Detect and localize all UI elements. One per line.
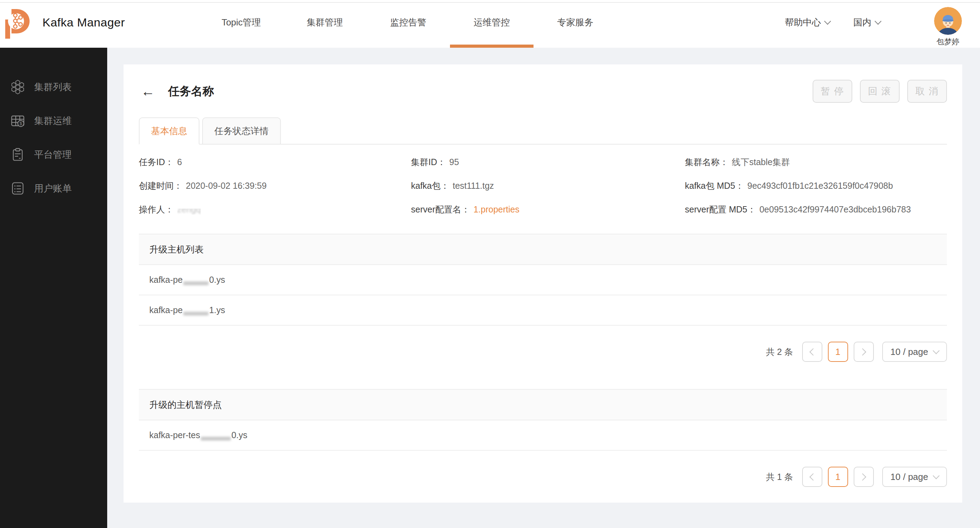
page-1-button[interactable]: 1: [828, 467, 848, 487]
sidebar-item-cluster-list[interactable]: 集群列表: [0, 70, 107, 104]
task-detail-card: ← 任务名称 暂 停 回 滚 取 消 基本信息 任务状态详情 任务ID： 6 集…: [124, 64, 962, 502]
honeycomb-icon: [10, 80, 25, 94]
sidebar-item-label: 集群列表: [34, 81, 72, 93]
table-row: kafka-pe 1.ys: [139, 295, 947, 325]
cluster-ops-icon: $: [10, 113, 25, 128]
info-task-id: 任务ID： 6: [139, 150, 411, 174]
info-server-config-name: server配置名： 1.properties: [411, 198, 685, 221]
pagination-total: 共 1 条: [766, 471, 793, 483]
sidebar-item-cluster-ops[interactable]: $ 集群运维: [0, 104, 107, 137]
clipboard-icon: [10, 147, 25, 162]
section-title: 升级主机列表: [139, 234, 947, 265]
info-kafka-package-md5: kafka包 MD5： 9ec493cf01fb1c21e326159f0c47…: [685, 174, 947, 198]
sidebar-item-label: 用户账单: [34, 182, 72, 195]
page-title: 任务名称: [168, 84, 214, 99]
chevron-down-icon: [824, 18, 831, 25]
task-info-grid: 任务ID： 6 集群ID： 95 集群名称： 线下stable集群 创建时间： …: [139, 145, 947, 221]
main-nav: Topic管理 集群管理 监控告警 运维管控 专家服务: [199, 0, 617, 45]
tabs: 基本信息 任务状态详情: [139, 117, 947, 145]
app-logo-icon: [5, 9, 30, 39]
user-menu[interactable]: 包梦婷: [930, 7, 966, 47]
next-page-button[interactable]: [854, 342, 874, 362]
info-cluster-name: 集群名称： 线下stable集群: [685, 150, 947, 174]
chevron-right-icon: [859, 348, 866, 355]
head-actions: 暂 停 回 滚 取 消: [813, 80, 947, 103]
page-head: ← 任务名称 暂 停 回 滚 取 消: [139, 64, 947, 103]
chevron-down-icon: [933, 347, 940, 354]
section-title: 升级的主机暂停点: [139, 389, 947, 420]
redacted-text: [201, 432, 231, 440]
avatar: [934, 7, 962, 35]
chevron-down-icon: [875, 18, 881, 25]
upgrade-host-list-section: 升级主机列表 kafka-pe 0.ys kafka-pe 1.ys 共 2 条…: [139, 234, 947, 362]
tab-task-status-detail[interactable]: 任务状态详情: [202, 117, 281, 144]
info-cluster-id: 集群ID： 95: [411, 150, 685, 174]
sidebar-item-platform[interactable]: 平台管理: [0, 137, 107, 171]
billing-list-icon: [10, 181, 25, 196]
user-name: 包梦婷: [937, 37, 959, 47]
pause-point-pagination: 共 1 条 1 10 / page: [139, 467, 947, 487]
upgrade-pause-point-section: 升级的主机暂停点 kafka-per-tes 0.ys 共 1 条 1 10 /…: [139, 389, 947, 487]
table-row: kafka-pe 0.ys: [139, 265, 947, 295]
sidebar: 集群列表 $ 集群运维 平台管理: [0, 48, 107, 528]
sidebar-item-label: 集群运维: [34, 115, 72, 127]
sidebar-item-label: 平台管理: [34, 148, 72, 161]
cancel-button[interactable]: 取 消: [907, 80, 947, 103]
app-title: Kafka Manager: [43, 0, 125, 45]
prev-page-button[interactable]: [802, 467, 822, 487]
redacted-text: [183, 277, 208, 285]
redacted-text: [183, 307, 208, 316]
page-1-button[interactable]: 1: [828, 342, 848, 362]
tab-basic-info[interactable]: 基本信息: [139, 117, 199, 145]
info-server-config-md5: server配置 MD5： 0e09513c42f9974407e3dbceb1…: [685, 198, 947, 221]
nav-item-topic[interactable]: Topic管理: [199, 0, 283, 45]
chevron-left-icon: [810, 473, 817, 480]
info-create-time: 创建时间： 2020-09-02 16:39:59: [139, 174, 411, 198]
svg-text:$: $: [19, 121, 22, 126]
rollback-button[interactable]: 回 滚: [860, 80, 900, 103]
app-header: Kafka Manager Topic管理 集群管理 监控告警 运维管控 专家服…: [0, 0, 980, 48]
sidebar-item-billing[interactable]: 用户账单: [0, 171, 107, 205]
region-label: 国内: [853, 16, 872, 29]
next-page-button[interactable]: [854, 467, 874, 487]
back-arrow-icon[interactable]: ←: [141, 84, 155, 98]
chevron-right-icon: [859, 473, 866, 480]
server-config-link[interactable]: 1.properties: [473, 204, 519, 215]
host-list-pagination: 共 2 条 1 10 / page: [139, 342, 947, 362]
nav-item-expert[interactable]: 专家服务: [533, 0, 617, 45]
page-size-select[interactable]: 10 / page: [882, 467, 947, 487]
nav-item-ops[interactable]: 运维管控: [450, 0, 533, 45]
chevron-left-icon: [810, 348, 817, 355]
region-selector[interactable]: 国内: [853, 0, 880, 45]
info-kafka-package: kafka包： test111.tgz: [411, 174, 685, 198]
help-center-label: 帮助中心: [785, 16, 821, 29]
info-operator: 操作人： zengq: [139, 198, 411, 221]
page-size-select[interactable]: 10 / page: [882, 342, 947, 362]
pause-button[interactable]: 暂 停: [813, 80, 852, 103]
nav-item-monitor[interactable]: 监控告警: [366, 0, 450, 45]
pagination-total: 共 2 条: [766, 346, 793, 358]
table-row: kafka-per-tes 0.ys: [139, 420, 947, 451]
prev-page-button[interactable]: [802, 342, 822, 362]
help-center-menu[interactable]: 帮助中心: [785, 0, 830, 45]
nav-item-cluster[interactable]: 集群管理: [283, 0, 366, 45]
chevron-down-icon: [933, 472, 940, 479]
